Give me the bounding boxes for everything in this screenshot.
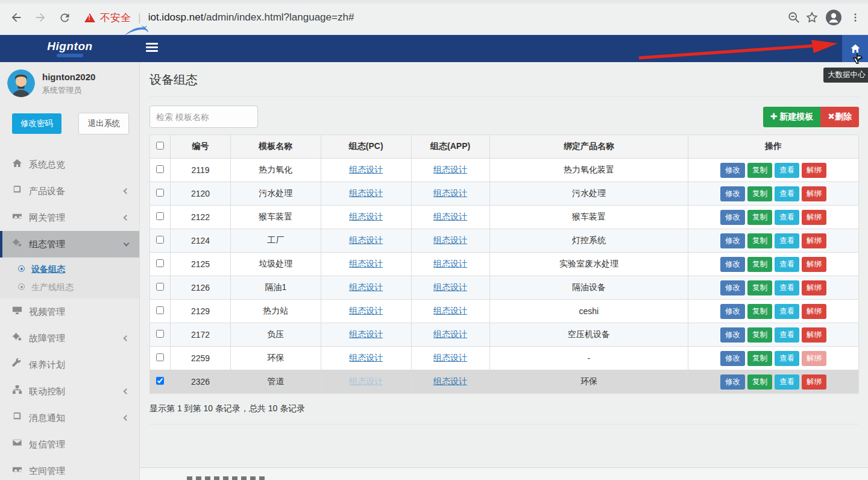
- pc-config-link[interactable]: 组态设计: [349, 329, 383, 339]
- copy-button[interactable]: 复制: [747, 327, 772, 343]
- row-checkbox[interactable]: [156, 306, 164, 314]
- unbind-button[interactable]: 解绑: [802, 374, 826, 390]
- unbind-button[interactable]: 解绑: [802, 163, 826, 178]
- unbind-button[interactable]: 解绑: [802, 280, 826, 295]
- view-button[interactable]: 查看: [775, 304, 799, 319]
- copy-button[interactable]: 复制: [747, 210, 772, 225]
- app-config-link[interactable]: 组态设计: [433, 259, 467, 268]
- copy-button[interactable]: 复制: [747, 304, 772, 319]
- row-checkbox[interactable]: [156, 165, 164, 173]
- sidebar-item-7[interactable]: 联动控制: [0, 378, 139, 405]
- pc-config-link[interactable]: 组态设计: [349, 282, 383, 292]
- browser-profile-avatar[interactable]: [825, 8, 843, 27]
- unbind-button[interactable]: 解绑: [802, 327, 826, 343]
- row-checkbox[interactable]: [156, 283, 164, 291]
- template-search-input[interactable]: [149, 106, 258, 128]
- app-config-link[interactable]: 组态设计: [433, 353, 467, 362]
- bookmark-star-icon[interactable]: [803, 8, 821, 27]
- unbind-button[interactable]: 解绑: [802, 210, 826, 225]
- row-checkbox[interactable]: [156, 330, 164, 338]
- cell-actions: 修改复制查看解绑: [688, 347, 859, 370]
- edit-button[interactable]: 修改: [720, 327, 745, 343]
- copy-button[interactable]: 复制: [747, 163, 772, 178]
- unbind-button[interactable]: 解绑: [802, 186, 826, 201]
- view-button[interactable]: 查看: [775, 210, 799, 225]
- app-config-link[interactable]: 组态设计: [433, 329, 467, 339]
- edit-button[interactable]: 修改: [720, 304, 745, 319]
- browser-back-icon[interactable]: [7, 8, 25, 27]
- copy-button[interactable]: 复制: [747, 186, 772, 201]
- browser-forward-icon[interactable]: [31, 8, 49, 27]
- view-button[interactable]: 查看: [775, 374, 799, 390]
- pc-config-link[interactable]: 组态设计: [349, 165, 383, 174]
- edit-button[interactable]: 修改: [720, 233, 745, 248]
- app-config-link[interactable]: 组态设计: [433, 376, 467, 386]
- sidebar-item-9[interactable]: 短信管理: [0, 431, 139, 458]
- view-button[interactable]: 查看: [775, 186, 799, 201]
- unbind-button[interactable]: 解绑: [802, 257, 826, 272]
- cell-template-name: 垃圾处理: [230, 253, 321, 276]
- view-button[interactable]: 查看: [775, 257, 799, 272]
- copy-button[interactable]: 复制: [747, 374, 772, 390]
- sidebar-item-3[interactable]: 组态管理: [0, 231, 139, 257]
- edit-button[interactable]: 修改: [720, 210, 745, 225]
- pc-config-link[interactable]: 组态设计: [349, 235, 383, 245]
- edit-button[interactable]: 修改: [720, 257, 745, 272]
- copy-button[interactable]: 复制: [747, 233, 772, 248]
- app-config-link[interactable]: 组态设计: [433, 235, 467, 245]
- sidebar-item-4[interactable]: 视频管理: [0, 298, 139, 325]
- edit-button[interactable]: 修改: [720, 186, 745, 201]
- zoom-out-icon[interactable]: [785, 8, 803, 27]
- app-config-link[interactable]: 组态设计: [433, 306, 467, 315]
- copy-button[interactable]: 复制: [747, 257, 772, 272]
- app-config-link[interactable]: 组态设计: [433, 282, 467, 292]
- edit-button[interactable]: 修改: [720, 351, 745, 366]
- pc-config-link[interactable]: 组态设计: [349, 306, 383, 315]
- pc-config-link[interactable]: 组态设计: [349, 353, 383, 362]
- view-button[interactable]: 查看: [775, 163, 799, 178]
- row-checkbox[interactable]: [156, 353, 164, 361]
- pc-config-link[interactable]: 组态设计: [349, 376, 383, 386]
- row-checkbox[interactable]: [156, 236, 164, 244]
- sidebar-toggle-button[interactable]: [146, 43, 158, 52]
- pc-config-link[interactable]: 组态设计: [349, 212, 383, 221]
- edit-button[interactable]: 修改: [720, 280, 745, 295]
- sidebar-item-2[interactable]: 网关管理: [0, 204, 139, 231]
- sidebar-item-5[interactable]: 故障管理: [0, 325, 139, 352]
- logout-button[interactable]: 退出系统: [78, 113, 129, 134]
- select-all-checkbox[interactable]: [156, 142, 164, 150]
- app-config-link[interactable]: 组态设计: [433, 165, 467, 174]
- row-checkbox[interactable]: [156, 377, 164, 385]
- view-button[interactable]: 查看: [775, 351, 799, 366]
- sidebar-item-0[interactable]: 系统总览: [0, 151, 139, 178]
- row-checkbox[interactable]: [156, 259, 164, 267]
- submenu-item[interactable]: 生产线组态: [0, 278, 139, 296]
- unbind-button[interactable]: 解绑: [802, 233, 826, 248]
- new-template-button[interactable]: ✚ 新建模板: [763, 107, 821, 127]
- row-checkbox[interactable]: [156, 212, 164, 220]
- row-checkbox[interactable]: [156, 189, 164, 197]
- pc-config-link[interactable]: 组态设计: [349, 188, 383, 198]
- change-password-button[interactable]: 修改密码: [12, 113, 61, 134]
- submenu-item[interactable]: 设备组态: [0, 260, 139, 278]
- app-config-link[interactable]: 组态设计: [433, 212, 467, 221]
- copy-button[interactable]: 复制: [747, 351, 772, 366]
- sidebar-item-10[interactable]: 空间管理: [0, 458, 139, 480]
- unbind-button[interactable]: 解绑: [802, 304, 826, 319]
- delete-button[interactable]: ✖删除: [820, 107, 859, 127]
- edit-button[interactable]: 修改: [720, 374, 745, 390]
- sidebar-item-1[interactable]: 产品设备: [0, 178, 139, 204]
- edit-button[interactable]: 修改: [720, 163, 745, 178]
- pc-config-link[interactable]: 组态设计: [349, 259, 383, 268]
- browser-menu-dots-icon[interactable]: [846, 8, 864, 27]
- view-button[interactable]: 查看: [775, 327, 799, 343]
- user-avatar[interactable]: [7, 69, 35, 97]
- unbind-button[interactable]: 解绑: [802, 351, 826, 366]
- sidebar-item-6[interactable]: 保养计划: [0, 352, 139, 378]
- browser-reload-icon[interactable]: [55, 8, 74, 27]
- view-button[interactable]: 查看: [775, 233, 799, 248]
- copy-button[interactable]: 复制: [747, 280, 772, 295]
- sidebar-item-8[interactable]: 消息通知: [0, 405, 139, 431]
- view-button[interactable]: 查看: [775, 280, 799, 295]
- app-config-link[interactable]: 组态设计: [433, 188, 467, 198]
